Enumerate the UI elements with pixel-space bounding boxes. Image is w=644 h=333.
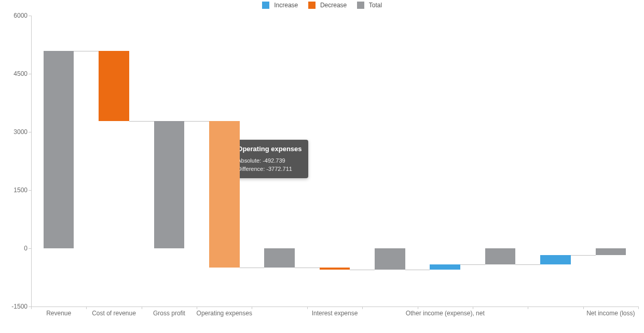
connector bbox=[571, 255, 596, 256]
connector bbox=[460, 264, 485, 265]
legend-label-total: Total bbox=[369, 2, 382, 9]
bar-cost-of-revenue[interactable] bbox=[99, 51, 129, 121]
y-tick-label: 1500 bbox=[2, 187, 28, 194]
legend-item-total[interactable]: Total bbox=[357, 1, 382, 9]
x-tick-label: Other income (expense), net bbox=[406, 310, 485, 317]
x-tick-mark bbox=[252, 307, 252, 309]
bar-revenue[interactable] bbox=[44, 51, 74, 248]
x-tick-label: Operating expenses bbox=[197, 310, 252, 317]
y-tick-label: 4500 bbox=[2, 70, 28, 77]
y-tick-mark bbox=[29, 248, 31, 249]
tooltip-difference-row: Difference: -3772.711 bbox=[237, 165, 302, 173]
x-tick-mark bbox=[31, 307, 32, 309]
bar-unnamed-4[interactable] bbox=[264, 248, 295, 268]
bar-unnamed-6[interactable] bbox=[375, 248, 405, 270]
x-tick-label: Interest expense bbox=[312, 310, 358, 317]
x-tick-label: Cost of revenue bbox=[92, 310, 136, 317]
x-tick-mark bbox=[197, 307, 197, 309]
connector bbox=[350, 270, 375, 270]
connector bbox=[184, 121, 209, 122]
x-tick-mark bbox=[86, 307, 87, 309]
x-tick-mark bbox=[307, 307, 308, 309]
x-tick-mark bbox=[583, 307, 584, 309]
x-tick-label: Revenue bbox=[46, 310, 71, 317]
y-tick-label: 6000 bbox=[2, 12, 28, 19]
legend-label-decrease: Decrease bbox=[320, 2, 347, 9]
legend-swatch-decrease bbox=[308, 2, 316, 9]
tooltip: Operating expenses Absolute: -492.739 Di… bbox=[231, 140, 308, 178]
bar-other-income-expense-net[interactable] bbox=[430, 264, 460, 270]
legend-swatch-increase bbox=[262, 2, 269, 9]
y-tick-mark bbox=[29, 190, 31, 191]
tooltip-absolute-label: Absolute: bbox=[237, 157, 261, 164]
x-axis bbox=[31, 307, 638, 307]
bar-operating-expenses[interactable] bbox=[209, 121, 240, 268]
x-tick-mark bbox=[528, 307, 528, 309]
y-tick-label: -1500 bbox=[2, 303, 28, 310]
connector bbox=[129, 121, 154, 122]
connector bbox=[405, 270, 430, 270]
tooltip-difference-value: -3772.711 bbox=[266, 166, 292, 172]
x-tick-label: Net income (loss) bbox=[586, 310, 635, 317]
tooltip-absolute-row: Absolute: -492.739 bbox=[237, 156, 302, 165]
y-tick-mark bbox=[29, 16, 31, 16]
tooltip-title: Operating expenses bbox=[237, 145, 302, 153]
x-tick-mark bbox=[142, 307, 142, 309]
bar-gross-profit[interactable] bbox=[154, 121, 185, 248]
bar-unnamed-9[interactable] bbox=[540, 255, 571, 264]
y-tick-mark bbox=[29, 132, 31, 132]
legend-swatch-total bbox=[357, 2, 364, 9]
bar-unnamed-8[interactable] bbox=[485, 248, 516, 264]
tooltip-absolute-value: -492.739 bbox=[263, 157, 285, 164]
waterfall-chart: Increase Decrease Total Operating expens… bbox=[0, 0, 644, 333]
y-tick-label: 3000 bbox=[2, 128, 28, 136]
y-tick-label: 0 bbox=[2, 245, 28, 252]
bar-net-income-loss[interactable] bbox=[596, 248, 626, 255]
y-axis bbox=[31, 16, 32, 307]
legend-item-increase[interactable]: Increase bbox=[262, 1, 298, 9]
connector bbox=[240, 268, 265, 268]
legend-item-decrease[interactable]: Decrease bbox=[308, 1, 347, 9]
x-tick-label: Gross profit bbox=[153, 310, 185, 317]
x-tick-mark bbox=[638, 307, 639, 309]
x-tick-mark bbox=[473, 307, 473, 309]
bar-interest-expense[interactable] bbox=[320, 268, 350, 270]
legend-label-increase: Increase bbox=[274, 2, 298, 9]
connector bbox=[74, 51, 99, 51]
x-tick-mark bbox=[362, 307, 363, 309]
tooltip-difference-label: Difference: bbox=[237, 166, 265, 172]
y-tick-mark bbox=[29, 74, 31, 74]
x-tick-mark bbox=[418, 307, 418, 309]
legend: Increase Decrease Total bbox=[0, 1, 644, 9]
connector bbox=[515, 264, 540, 265]
connector bbox=[295, 268, 320, 268]
